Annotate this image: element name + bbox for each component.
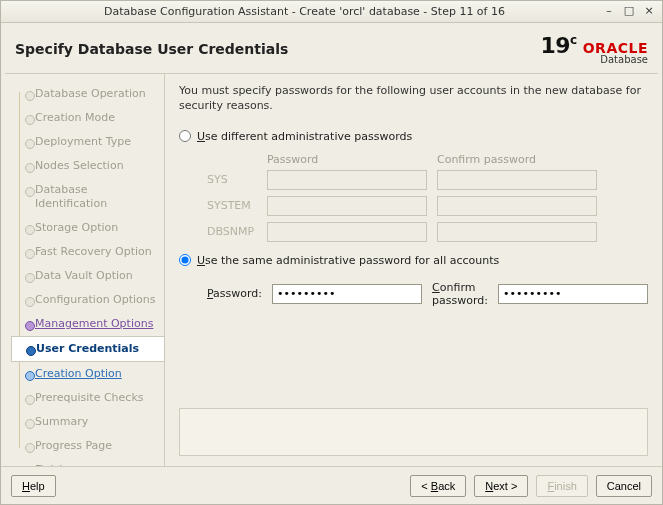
same-password-row: Password: Confirm password: (207, 281, 648, 307)
per-account-grid: Password Confirm password SYSSYSTEMDBSNM… (207, 153, 648, 248)
cancel-button[interactable]: Cancel (596, 475, 652, 497)
col-confirm: Confirm password (437, 153, 607, 166)
confirm-input[interactable] (498, 284, 648, 304)
radio-same-label: Use the same administrative password for… (197, 254, 499, 267)
radio-same[interactable]: Use the same administrative password for… (179, 254, 648, 267)
step-nodes-selection: Nodes Selection (11, 154, 164, 178)
radio-same-input[interactable] (179, 254, 191, 266)
minimize-icon[interactable]: – (602, 5, 616, 19)
password-label: Password: (207, 287, 262, 300)
maximize-icon[interactable]: □ (622, 5, 636, 19)
confirm-label: Confirm password: (432, 281, 488, 307)
radio-different[interactable]: Use different administrative passwords (179, 130, 648, 143)
step-creation-mode: Creation Mode (11, 106, 164, 130)
back-button[interactable]: < Back (410, 475, 466, 497)
grid-password-input (267, 196, 427, 216)
grid-row-sys: SYS (207, 170, 648, 190)
step-database-identification: Database Identification (11, 178, 164, 216)
brand-version: 19c (540, 33, 576, 58)
grid-confirm-input (437, 222, 597, 242)
titlebar: Database Configuration Assistant - Creat… (1, 1, 662, 23)
step-finish: Finish (11, 458, 164, 466)
step-storage-option: Storage Option (11, 216, 164, 240)
grid-password-input (267, 170, 427, 190)
step-fast-recovery-option: Fast Recovery Option (11, 240, 164, 264)
grid-row-system: SYSTEM (207, 196, 648, 216)
grid-password-input (267, 222, 427, 242)
password-input[interactable] (272, 284, 422, 304)
footer: Help < Back Next > Finish Cancel (1, 466, 662, 504)
oracle-brand: 19c ORACLE Database (540, 33, 648, 65)
next-button[interactable]: Next > (474, 475, 528, 497)
window-title: Database Configuration Assistant - Creat… (7, 5, 602, 18)
step-summary: Summary (11, 410, 164, 434)
header: Specify Database User Credentials 19c OR… (1, 23, 662, 73)
grid-label: SYS (207, 173, 267, 186)
step-prerequisite-checks: Prerequisite Checks (11, 386, 164, 410)
step-user-credentials: User Credentials (11, 336, 165, 362)
close-icon[interactable]: × (642, 5, 656, 19)
step-database-operation: Database Operation (11, 82, 164, 106)
grid-header: Password Confirm password (207, 153, 648, 166)
grid-confirm-input (437, 170, 597, 190)
step-management-options[interactable]: Management Options (11, 312, 164, 336)
help-button[interactable]: Help (11, 475, 56, 497)
dbca-window: Database Configuration Assistant - Creat… (0, 0, 663, 505)
step-creation-option[interactable]: Creation Option (11, 362, 164, 386)
grid-label: DBSNMP (207, 225, 267, 238)
step-configuration-options: Configuration Options (11, 288, 164, 312)
window-controls: – □ × (602, 5, 656, 19)
radio-different-input[interactable] (179, 130, 191, 142)
page-title: Specify Database User Credentials (15, 41, 540, 57)
step-data-vault-option: Data Vault Option (11, 264, 164, 288)
content: You must specify passwords for the follo… (164, 74, 662, 466)
step-progress-page: Progress Page (11, 434, 164, 458)
grid-label: SYSTEM (207, 199, 267, 212)
body: Database OperationCreation ModeDeploymen… (1, 74, 662, 466)
grid-confirm-input (437, 196, 597, 216)
steps-sidebar: Database OperationCreation ModeDeploymen… (1, 74, 164, 466)
col-password: Password (267, 153, 437, 166)
grid-row-dbsnmp: DBSNMP (207, 222, 648, 242)
step-deployment-type: Deployment Type (11, 130, 164, 154)
steps-list: Database OperationCreation ModeDeploymen… (11, 82, 164, 466)
lead-text: You must specify passwords for the follo… (179, 84, 648, 114)
finish-button: Finish (536, 475, 587, 497)
message-panel (179, 408, 648, 456)
radio-different-label: Use different administrative passwords (197, 130, 412, 143)
